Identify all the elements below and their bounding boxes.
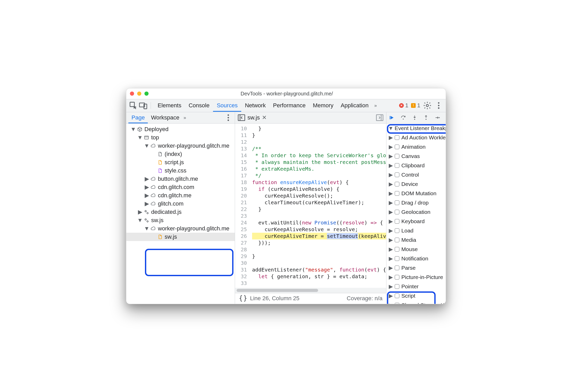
error-count[interactable]: ✕ 1 [399,102,408,109]
checkbox[interactable] [395,145,399,149]
breakpoint-category[interactable]: ▶Clipboard [386,161,446,170]
checkbox[interactable] [395,228,399,233]
expander-icon[interactable]: ▶ [389,209,393,215]
tree-item[interactable]: ▼worker-playground.glitch.me [126,224,235,233]
breakpoint-category[interactable]: ▶Notification [386,254,446,263]
tree-item[interactable]: ▼worker-playground.glitch.me [126,142,235,150]
tree-item[interactable]: ▼top [126,133,235,142]
expander-icon[interactable]: ▶ [389,265,393,271]
tree-item[interactable]: sw.js [126,233,235,241]
expander-icon[interactable]: ▶ [389,172,393,178]
expander-icon[interactable]: ▼ [138,134,142,141]
expander-icon[interactable]: ▼ [145,225,149,232]
expander-icon[interactable]: ▶ [389,134,393,141]
close-window-button[interactable] [130,92,134,96]
tree-item[interactable]: ▶cdn.glitch.com [126,183,235,191]
minimize-window-button[interactable] [137,92,141,96]
settings-icon[interactable] [423,101,432,110]
close-tab-icon[interactable]: ✕ [262,114,267,121]
expander-icon[interactable]: ▶ [389,302,393,304]
event-listener-breakpoints-header[interactable]: ▼Event Listener Breakpoints [386,124,446,133]
checkbox[interactable] [395,238,399,242]
breakpoint-category[interactable]: ▶Mouse [386,245,446,254]
expander-icon[interactable]: ▶ [389,228,393,234]
checkbox[interactable] [395,219,399,224]
tree-item[interactable]: (index) [126,150,235,158]
resume-icon[interactable] [389,115,395,120]
breakpoint-category[interactable]: ▶Ad Auction Worklet [386,133,446,142]
breakpoint-category[interactable]: ▶Animation [386,142,446,152]
tree-item[interactable]: ▼Deployed [126,125,235,133]
checkbox[interactable] [395,284,399,289]
checkbox[interactable] [395,172,399,177]
tab-elements[interactable]: Elements [154,100,185,111]
pretty-print-icon[interactable] [239,294,247,303]
tree-item[interactable]: ▶glitch.com [126,200,235,208]
checkbox[interactable] [395,247,399,252]
breakpoint-category[interactable]: ▶Media [386,235,446,245]
checkbox[interactable] [395,135,399,140]
tab-performance[interactable]: Performance [269,100,309,111]
expander-icon[interactable]: ▶ [389,144,393,150]
breakpoint-category[interactable]: ▶Canvas [386,152,446,161]
navigator-tab-page[interactable]: Page [128,112,148,123]
breakpoint-category[interactable]: ▶Parse [386,263,446,273]
step-over-icon[interactable] [400,115,406,120]
breakpoint-category[interactable]: ▶Pointer [386,282,446,291]
tree-item[interactable]: style.css [126,167,235,175]
expander-icon[interactable]: ▶ [389,274,393,280]
inspect-element-icon[interactable] [129,101,138,110]
breakpoint-category[interactable]: ▶Device [386,179,446,189]
tree-item[interactable]: ▶dedicated.js [126,208,235,216]
expander-icon[interactable]: ▶ [389,153,393,159]
expander-icon[interactable]: ▼ [389,125,393,131]
expander-icon[interactable]: ▶ [389,237,393,243]
breakpoint-category[interactable]: ▶Control [386,170,446,179]
expander-icon[interactable]: ▶ [145,200,149,207]
device-toolbar-icon[interactable] [139,101,148,110]
expander-icon[interactable]: ▶ [389,181,393,187]
expander-icon[interactable]: ▼ [138,217,142,224]
scrollbar-thumb[interactable] [237,289,318,292]
toggle-navigator-icon[interactable] [237,113,246,122]
expander-icon[interactable]: ▶ [389,293,393,299]
navigator-tab-workspace[interactable]: Workspace [148,112,182,123]
expander-icon[interactable]: ▶ [389,246,393,252]
checkbox[interactable] [395,266,399,270]
file-tree[interactable]: ▼Deployed▼top▼worker-playground.glitch.m… [126,124,235,304]
expander-icon[interactable]: ▶ [389,200,393,206]
warning-count[interactable]: ! 1 [411,102,420,109]
code-editor[interactable]: 1011121314151617181920212223242526272829… [235,124,386,288]
toggle-debugger-icon[interactable] [375,113,384,122]
checkbox[interactable] [395,303,399,304]
step-into-icon[interactable] [412,115,417,120]
tab-console[interactable]: Console [185,100,213,111]
checkbox[interactable] [395,275,399,280]
more-tabs-icon[interactable]: » [374,103,377,108]
expander-icon[interactable]: ▶ [138,209,142,215]
checkbox[interactable] [395,200,399,205]
breakpoint-category[interactable]: ▶Shared Storage Worklet [386,300,446,304]
breakpoint-category[interactable]: ▶Drag / drop [386,198,446,207]
expander-icon[interactable]: ▼ [145,142,149,149]
more-navigator-tabs-icon[interactable]: » [184,115,186,120]
tree-item[interactable]: ▼sw.js [126,216,235,224]
maximize-window-button[interactable] [144,92,149,96]
breakpoint-category[interactable]: ▶Script [386,291,446,300]
checkbox[interactable] [395,210,399,214]
tab-sources[interactable]: Sources [213,100,241,111]
tree-item[interactable]: script.js [126,158,235,167]
breakpoint-category[interactable]: ▶Load [386,226,446,235]
tab-memory[interactable]: Memory [309,100,337,111]
expander-icon[interactable]: ▶ [145,184,149,191]
expander-icon[interactable]: ▼ [131,126,135,133]
editor-tab-swjs[interactable]: sw.js ✕ [246,114,268,121]
step-icon[interactable] [435,115,440,120]
tree-item[interactable]: ▶cdn.glitch.me [126,191,235,200]
expander-icon[interactable]: ▶ [389,255,393,262]
breakpoint-category[interactable]: ▶Keyboard [386,217,446,226]
horizontal-scrollbar[interactable] [235,288,386,293]
checkbox[interactable] [395,293,399,298]
tab-network[interactable]: Network [241,100,269,111]
breakpoint-category[interactable]: ▶Geolocation [386,207,446,217]
